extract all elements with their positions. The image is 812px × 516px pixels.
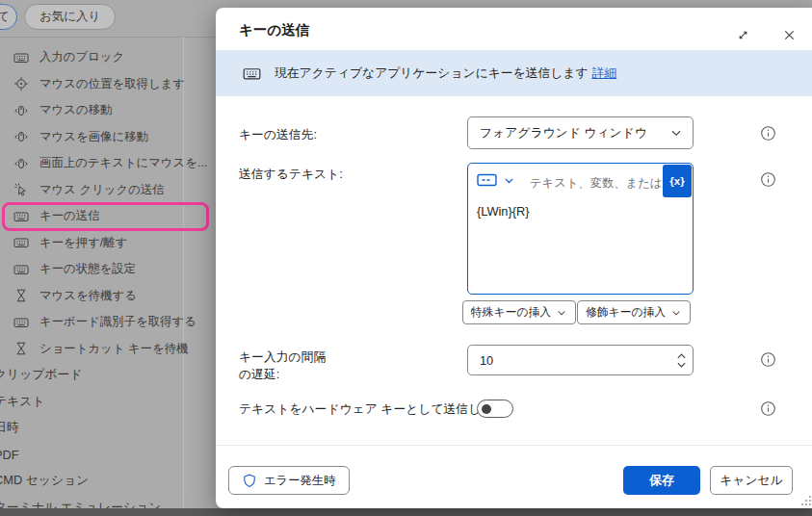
sidebar-item-label: キーの送信 [39, 208, 100, 224]
sidebar-item-label: マウスを画像に移動 [39, 129, 148, 145]
sidebar-item-block-input[interactable]: 入力のブロック [0, 44, 204, 71]
keyboard-icon [13, 50, 29, 65]
toggle-knob [482, 404, 491, 414]
sidebar-item-label: マウス クリックの送信 [39, 182, 165, 198]
sidebar-item-get-keyboard-id[interactable]: キーボード識別子を取得する [0, 309, 204, 336]
sidebar-item-label: キーボード識別子を取得する [39, 314, 196, 330]
cancel-button[interactable]: キャンセル [710, 466, 793, 495]
mouse-move-icon [13, 156, 29, 171]
sidebar-item-wait-for-mouse[interactable]: マウスを待機する [0, 283, 204, 310]
hourglass-icon [13, 341, 29, 356]
insert-special-key-button[interactable]: 特殊キーの挿入 [462, 300, 576, 324]
keyboard-icon [13, 315, 29, 330]
close-dialog-button[interactable] [776, 22, 801, 47]
on-error-button[interactable]: エラー発生時 [228, 466, 350, 495]
expand-icon [736, 28, 750, 42]
actions-sidebar: 入力のブロック マウスの位置を取得します マウスの移動 マウスを画像に移動 画面… [0, 44, 204, 516]
sidebar-item-set-key-state[interactable]: キーの状態を設定 [0, 256, 204, 283]
sidebar-item-label: マウスの位置を取得します [39, 76, 185, 92]
hourglass-icon [13, 288, 29, 303]
sidebar-item-press-release-key[interactable]: キーを押す/離す [0, 230, 204, 257]
sidebar-item-label: キーを押す/離す [39, 235, 127, 251]
shield-icon [243, 474, 256, 488]
stepper-up-icon[interactable] [676, 352, 687, 360]
sidebar-group-label: クリップボード [0, 367, 82, 383]
sidebar-group-text[interactable]: テキスト [0, 389, 204, 416]
actions-filter-tabs: すべて お気に入り [0, 0, 216, 37]
variable-picker-button[interactable]: {x} [663, 165, 692, 197]
hardware-keys-toggle[interactable] [477, 400, 513, 418]
keyboard-icon [13, 262, 29, 277]
sidebar-item-label: マウスの移動 [39, 102, 113, 118]
insert-modifier-key-label: 修飾キーの挿入 [586, 305, 666, 321]
info-banner: 現在アクティブなアプリケーションにキーを送信します詳細 [216, 50, 812, 96]
sidebar-group-clipboard[interactable]: クリップボード [0, 362, 204, 389]
tab-all[interactable]: すべて [0, 4, 17, 30]
chevron-down-icon [556, 307, 567, 319]
delay-label-line1: キー入力の間隔 [239, 349, 326, 366]
text-to-send-hint: テキスト、変数、または式とし [530, 175, 682, 192]
sidebar-item-label: マウスを待機する [39, 288, 137, 304]
mouse-move-icon [13, 129, 29, 144]
sidebar-group-label: CMD セッション [0, 473, 89, 489]
info-icon[interactable] [760, 400, 776, 417]
cursor-click-icon [13, 182, 29, 197]
delay-input[interactable]: 10 [467, 345, 694, 375]
info-icon[interactable] [760, 171, 776, 188]
text-to-send-value: {LWin}{R} [477, 204, 530, 219]
chevron-down-icon[interactable] [503, 174, 515, 187]
sidebar-item-send-keys[interactable]: キーの送信 [0, 203, 204, 230]
on-error-label: エラー発生時 [264, 473, 335, 489]
stepper-down-icon[interactable] [676, 361, 687, 369]
save-button[interactable]: 保存 [623, 466, 700, 495]
keyboard-icon [243, 64, 261, 83]
insert-special-key-label: 特殊キーの挿入 [471, 305, 551, 321]
keyboard-icon [13, 235, 29, 250]
sidebar-item-move-mouse-to-text[interactable]: 画面上のテキストにマウスを... [0, 150, 204, 177]
dialog-title: キーの送信 [239, 21, 309, 39]
sidebar-group-label: PDF [0, 448, 19, 462]
sidebar-item-move-mouse[interactable]: マウスの移動 [0, 97, 204, 124]
sidebar-group-pdf[interactable]: PDF [0, 442, 204, 469]
bottom-screen-edge [0, 508, 812, 516]
footer-divider [216, 445, 812, 446]
delay-value: 10 [480, 353, 676, 368]
hardware-keys-label: テキストをハードウェア キーとして送信します: [239, 401, 510, 418]
stepper [676, 352, 687, 369]
sidebar-item-move-mouse-to-image[interactable]: マウスを画像に移動 [0, 124, 204, 151]
send-keys-to-label: キーの送信先: [239, 127, 317, 143]
input-mode-toolbar [477, 172, 515, 188]
sidebar-item-label: 画面上のテキストにマウスを... [39, 155, 207, 171]
expand-dialog-button[interactable] [730, 22, 755, 47]
delay-label-line2: の遅延: [239, 367, 279, 383]
send-keys-dialog: キーの送信 現在アクティブなアプリケーションにキーを送信します詳細 キーの送信先… [216, 8, 812, 508]
chevron-down-icon [669, 126, 683, 140]
sidebar-group-datetime[interactable]: 日時 [0, 415, 204, 442]
insert-modifier-key-button[interactable]: 修飾キーの挿入 [577, 300, 691, 324]
sidebar-item-label: キーの状態を設定 [39, 261, 136, 277]
chevron-down-icon [670, 307, 682, 319]
text-to-send-textarea[interactable]: テキスト、変数、または式とし {x} {LWin}{R} [467, 163, 694, 295]
text-mode-icon[interactable] [477, 172, 497, 188]
tab-all-label: すべて [0, 9, 10, 25]
tab-favorites[interactable]: お気に入り [24, 4, 116, 30]
sidebar-item-wait-for-shortcut-key[interactable]: ショートカット キーを待機 [0, 336, 204, 363]
info-icon[interactable] [760, 351, 776, 368]
sidebar-item-send-mouse-click[interactable]: マウス クリックの送信 [0, 177, 204, 204]
sidebar-group-label: 日時 [0, 420, 19, 436]
info-icon[interactable] [760, 125, 776, 142]
info-banner-text: 現在アクティブなアプリケーションにキーを送信します詳細 [275, 65, 616, 82]
sidebar-item-label: 入力のブロック [39, 49, 124, 65]
target-icon [13, 76, 29, 91]
resize-grip[interactable] [799, 494, 812, 506]
mouse-move-icon [13, 103, 29, 118]
tab-favorites-label: お気に入り [39, 9, 100, 25]
sidebar-group-cmd-session[interactable]: CMD セッション [0, 468, 204, 495]
details-link[interactable]: 詳細 [592, 65, 617, 80]
sidebar-item-label: ショートカット キーを待機 [39, 341, 188, 357]
keyboard-icon [13, 209, 29, 224]
sidebar-item-get-mouse-position[interactable]: マウスの位置を取得します [0, 71, 204, 98]
text-to-send-label: 送信するテキスト: [239, 167, 343, 183]
send-keys-to-value: フォアグラウンド ウィンドウ [480, 125, 669, 142]
send-keys-to-select[interactable]: フォアグラウンド ウィンドウ [467, 116, 694, 149]
